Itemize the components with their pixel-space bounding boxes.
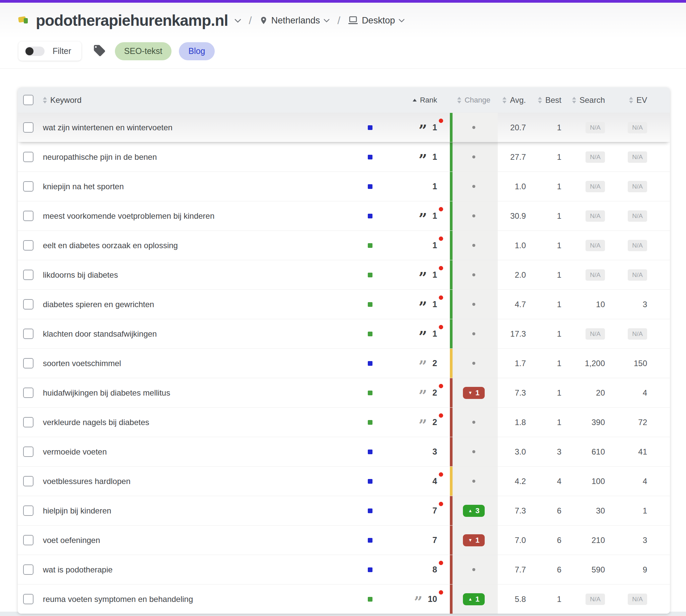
table-row[interactable]: verkleurde nagels bij diabetes ” 2 1.8 1… xyxy=(18,407,670,437)
row-checkbox[interactable] xyxy=(23,329,34,339)
rank-cell: 1 xyxy=(377,172,441,201)
tag-icon xyxy=(93,44,106,59)
row-checkbox[interactable] xyxy=(23,211,34,221)
row-checkbox[interactable] xyxy=(23,417,34,427)
column-header-change[interactable]: Change xyxy=(457,96,490,105)
sort-icon xyxy=(413,99,417,102)
table-row[interactable]: vermoeide voeten 3 3.0 3 610 41 xyxy=(18,437,670,466)
table-row[interactable]: huidafwijkingen bij diabetes mellitus ” … xyxy=(18,378,670,407)
new-indicator-dot xyxy=(439,325,443,329)
keyword-label: voet oefeningen xyxy=(39,526,363,555)
search-volume-value: 20 xyxy=(567,378,610,407)
row-checkbox[interactable] xyxy=(23,181,34,192)
row-checkbox[interactable] xyxy=(23,270,34,280)
device-label: Desktop xyxy=(362,16,395,26)
change-strip xyxy=(450,172,452,201)
avg-value: 7.3 xyxy=(498,378,531,407)
table-row[interactable]: eelt en diabetes oorzaak en oplossing 1 … xyxy=(18,230,670,260)
ev-value: N/A xyxy=(610,113,652,142)
site-title[interactable]: podotherapiehurenkamp.nl xyxy=(36,12,228,29)
table-row[interactable]: klachten door standsafwijkingen ” 1 17.3… xyxy=(18,319,670,348)
table-row[interactable]: likdoorns bij diabetes ” 1 2.0 1 N/A N/A xyxy=(18,260,670,289)
row-checkbox[interactable] xyxy=(23,594,34,604)
select-all-checkbox[interactable] xyxy=(23,95,34,105)
change-arrow-icon: ▲ xyxy=(468,508,472,513)
row-checkbox[interactable] xyxy=(23,476,34,486)
rank-cell: ” 1 xyxy=(377,142,441,172)
change-value: 3 xyxy=(475,506,479,515)
row-checkbox[interactable] xyxy=(23,535,34,545)
keyword-label: meest voorkomende voetproblemen bij kind… xyxy=(39,201,363,230)
table-row[interactable]: voet oefeningen 7 ▼ 1 7.0 6 210 3 xyxy=(18,525,670,555)
row-checkbox[interactable] xyxy=(23,358,34,369)
change-strip xyxy=(450,467,452,496)
change-strip xyxy=(450,408,452,437)
row-checkbox[interactable] xyxy=(23,505,34,516)
search-volume-value: 610 xyxy=(567,437,610,466)
rank-value: 1 xyxy=(433,211,437,221)
device-dropdown[interactable]: Desktop xyxy=(348,16,405,26)
column-header-ev[interactable]: EV xyxy=(629,95,647,105)
table-row[interactable]: diabetes spieren en gewrichten ” 1 4.7 1… xyxy=(18,289,670,319)
row-checkbox[interactable] xyxy=(23,152,34,162)
serp-feature-square-icon xyxy=(368,538,373,543)
row-checkbox[interactable] xyxy=(23,446,34,457)
chevron-down-icon[interactable] xyxy=(234,18,242,24)
keyword-label: hielpijn bij kinderen xyxy=(39,496,363,525)
table-row[interactable]: meest voorkomende voetproblemen bij kind… xyxy=(18,201,670,230)
no-change-dot xyxy=(472,568,475,571)
avg-value: 2.0 xyxy=(498,260,531,289)
na-badge: N/A xyxy=(628,211,647,222)
no-change-dot xyxy=(472,155,475,158)
table-row[interactable]: voetblessures hardlopen 4 4.2 4 100 4 xyxy=(18,466,670,496)
breadcrumb-separator: / xyxy=(249,15,252,27)
sort-icon xyxy=(538,97,542,104)
tag-pill-seo-tekst[interactable]: SEO-tekst xyxy=(115,42,172,60)
page-header: podotherapiehurenkamp.nl / Netherlands /… xyxy=(0,3,686,69)
row-checkbox[interactable] xyxy=(23,299,34,309)
table-row[interactable]: soorten voetschimmel ” 2 1.7 1 1,200 150 xyxy=(18,348,670,378)
rank-value: 1 xyxy=(433,152,437,162)
table-row[interactable]: neuropathische pijn in de benen ” 1 27.7… xyxy=(18,142,670,172)
rank-value: 1 xyxy=(433,270,437,280)
column-header-keyword[interactable]: Keyword xyxy=(43,95,82,105)
table-row[interactable]: kniepijn na het sporten 1 1.0 1 N/A N/A xyxy=(18,172,670,201)
na-badge: N/A xyxy=(585,594,605,605)
na-badge: N/A xyxy=(585,181,605,192)
no-change-dot xyxy=(472,421,475,424)
avg-value: 1.0 xyxy=(498,231,531,260)
row-checkbox[interactable] xyxy=(23,122,34,133)
column-header-rank[interactable]: Rank xyxy=(413,96,437,105)
row-checkbox[interactable] xyxy=(23,565,34,575)
rank-cell: ” 1 xyxy=(377,319,441,348)
table-row[interactable]: hielpijn bij kinderen 7 ▲ 3 7.3 6 30 1 xyxy=(18,496,670,525)
tag-pill-blog[interactable]: Blog xyxy=(179,42,214,60)
location-dropdown[interactable]: Netherlands xyxy=(259,16,330,26)
change-strip xyxy=(450,349,452,378)
rank-cell: ” 2 xyxy=(377,408,441,437)
column-header-avg[interactable]: Avg. xyxy=(503,95,526,105)
filter-toggle[interactable] xyxy=(25,47,45,56)
column-header-best[interactable]: Best xyxy=(538,95,561,105)
column-header-search[interactable]: Search xyxy=(572,95,605,105)
rank-value: 1 xyxy=(433,300,437,309)
change-cell xyxy=(450,290,498,319)
rank-cell: ” 1 xyxy=(377,260,441,289)
ev-value: 3 xyxy=(610,290,652,319)
row-checkbox[interactable] xyxy=(23,240,34,250)
table-row[interactable]: reuma voeten symptomen en behandeling ” … xyxy=(18,584,670,614)
change-strip xyxy=(450,555,452,584)
table-row[interactable]: wat is podotherapie 8 7.7 6 590 9 xyxy=(18,555,670,584)
rank-value: 8 xyxy=(433,565,437,574)
table-row[interactable]: wat zijn wintertenen en wintervoeten ” 1… xyxy=(18,113,670,142)
search-volume-value: N/A xyxy=(567,142,610,172)
keywords-table: Keyword Rank Change Avg. xyxy=(18,87,670,614)
serp-feature-square-icon xyxy=(368,155,373,159)
ev-value: 150 xyxy=(610,349,652,378)
na-badge: N/A xyxy=(585,269,605,281)
rank-value: 7 xyxy=(433,535,437,545)
row-checkbox[interactable] xyxy=(23,388,34,398)
site-favicon-icon xyxy=(18,16,30,25)
avg-value: 27.7 xyxy=(498,142,531,172)
new-indicator-dot xyxy=(439,266,443,270)
